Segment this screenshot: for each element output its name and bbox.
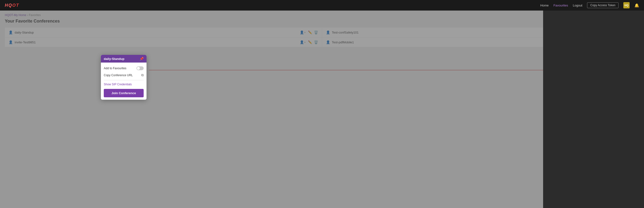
add-to-favourites-row: Add to Favourites (104, 65, 144, 72)
navbar: HQOT Home Favourites Logout Copy Access … (0, 0, 644, 10)
modal-pin-icon[interactable]: 📌 (140, 57, 144, 61)
copy-conference-url-label: Copy Conference URL (104, 74, 133, 77)
modal-overlay[interactable] (0, 10, 644, 208)
show-sip-credentials-link[interactable]: Show SIP Credentials (104, 82, 144, 87)
nav-favourites[interactable]: Favourites (554, 3, 568, 7)
nav-home[interactable]: Home (540, 3, 549, 7)
main-content: HQOT-My Home › Favorites Your Favorite C… (0, 10, 644, 208)
add-to-favourites-label: Add to Favourites (104, 67, 126, 70)
modal-header: daily-Standup 📌 (101, 55, 146, 63)
modal-title: daily-Standup (104, 57, 124, 61)
join-conference-button[interactable]: Join Conference (104, 89, 144, 97)
avatar: HQ (623, 2, 630, 8)
conference-modal: daily-Standup 📌 Add to Favourites Copy C… (101, 55, 146, 100)
copy-icon[interactable]: ⧉ (141, 73, 144, 77)
modal-body: Add to Favourites Copy Conference URL ⧉ … (101, 63, 146, 100)
copy-access-token-button[interactable]: Copy Access Token (587, 2, 618, 8)
logo-text: HQOT (5, 3, 19, 8)
modal-divider (104, 80, 144, 80)
favourites-toggle[interactable] (136, 66, 144, 70)
copy-conference-url-row: Copy Conference URL ⧉ (104, 72, 144, 79)
nav-logout[interactable]: Logout (573, 3, 582, 7)
bell-icon[interactable]: 🔔 (634, 3, 639, 8)
